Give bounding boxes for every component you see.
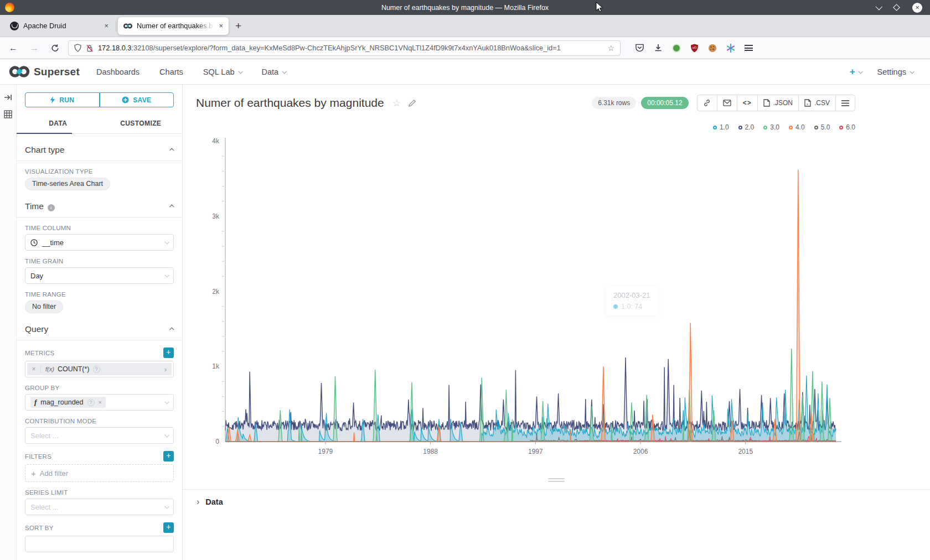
legend-item-1.0[interactable]: 1.0 (713, 123, 729, 131)
nav-item-sql-lab[interactable]: SQL Lab (203, 68, 242, 76)
pocket-icon[interactable] (635, 44, 644, 52)
time-range-value[interactable]: No filter (25, 300, 63, 313)
add-new-button[interactable]: + (850, 66, 862, 77)
tab-close-icon[interactable]: × (219, 22, 223, 30)
contribution-mode-select[interactable]: Select ... (25, 427, 174, 444)
chevron-down-icon (164, 400, 169, 404)
tab-data[interactable]: DATA (17, 113, 100, 133)
extension-asterisk-icon[interactable] (726, 44, 735, 53)
settings-menu[interactable]: Settings (877, 68, 913, 76)
nav-item-data[interactable]: Data (262, 68, 286, 76)
legend-item-5.0[interactable]: 5.0 (814, 123, 830, 131)
tab-customize[interactable]: CUSTOMIZE (100, 113, 183, 133)
envelope-icon (723, 100, 731, 106)
series-limit-select[interactable]: Select ... (25, 499, 174, 515)
embed-code-button[interactable]: <> (737, 95, 757, 111)
save-button[interactable]: SAVE (100, 92, 174, 107)
legend-item-4.0[interactable]: 4.0 (789, 123, 805, 131)
url-text: 172.18.0.3:32108/superset/explore/?form_… (98, 44, 561, 52)
time-range-label: TIME RANGE (25, 291, 66, 298)
section-time[interactable]: Timei (25, 190, 174, 217)
copy-link-button[interactable] (698, 95, 717, 111)
section-chart-type[interactable]: Chart type (25, 134, 174, 160)
export-csv-button[interactable]: x.CSV (798, 95, 835, 111)
chevron-down-icon (164, 433, 169, 437)
cookie-extension-icon[interactable] (708, 44, 717, 53)
window-maximize-icon[interactable] (893, 4, 900, 11)
tab-close-icon[interactable]: × (104, 22, 108, 30)
legend-item-6.0[interactable]: 6.0 (839, 123, 855, 131)
legend-item-3.0[interactable]: 3.0 (763, 123, 779, 131)
group-by-select[interactable]: f mag_rounded ? × (25, 394, 174, 411)
legend-ring-icon (839, 126, 843, 129)
control-panel: RUN SAVE DATA CUSTOMIZE Chart type VISUA… (17, 85, 183, 560)
svg-text:1997: 1997 (528, 448, 543, 455)
legend-ring-icon (814, 126, 818, 129)
shield-permissions-icon[interactable] (74, 44, 81, 52)
time-grain-select[interactable]: Day (25, 267, 174, 284)
email-button[interactable] (717, 95, 737, 111)
edit-pencil-icon[interactable] (408, 99, 416, 107)
firefox-menu-icon[interactable] (745, 45, 753, 51)
help-icon: ? (87, 399, 95, 406)
expand-panel-icon[interactable] (4, 94, 12, 101)
data-results-toggle[interactable]: › Data (183, 490, 930, 514)
series-dot-icon (613, 304, 618, 309)
chart-panel: Numer of earthquakes by magnitude ☆ 6.31… (183, 85, 930, 560)
downloads-icon[interactable] (654, 44, 663, 53)
group-by-tag[interactable]: f mag_rounded ? × (30, 397, 106, 408)
svg-text:x: x (807, 102, 808, 106)
svg-text:uO: uO (693, 45, 697, 49)
browser-tab-druid[interactable]: Apache Druid × (4, 17, 114, 35)
window-close-icon[interactable]: × (912, 3, 922, 13)
contribution-mode-label: CONTRIBUTION MODE (25, 418, 96, 424)
datasource-grid-icon[interactable] (4, 110, 12, 118)
nav-item-dashboards[interactable]: Dashboards (96, 68, 140, 76)
add-filter-box[interactable]: + Add filter (25, 464, 174, 482)
chevron-right-icon[interactable]: › (159, 365, 172, 374)
browser-tab-superset[interactable]: Numer of earthquakes by magnitude × (118, 17, 229, 35)
remove-metric-icon[interactable]: × (27, 365, 41, 373)
svg-text:1988: 1988 (423, 448, 438, 455)
add-filter-button[interactable]: + (163, 451, 174, 462)
metric-count[interactable]: × f(x)COUNT(*)? › (25, 361, 174, 377)
add-sort-button[interactable]: + (163, 522, 174, 533)
reload-button[interactable] (51, 44, 59, 53)
window-minimize-icon[interactable] (876, 3, 883, 11)
row-count-badge: 6.31k rows (592, 97, 636, 109)
window-title: Numer of earthquakes by magnitude — Mozi… (381, 4, 549, 12)
favorite-star-icon[interactable]: ☆ (392, 97, 401, 109)
extension-green-icon[interactable] (672, 44, 681, 53)
chevron-up-icon (169, 204, 174, 209)
new-tab-button[interactable]: + (235, 20, 241, 32)
panel-resize-handle[interactable] (548, 478, 565, 484)
svg-text:2k: 2k (212, 288, 220, 295)
nav-item-charts[interactable]: Charts (159, 68, 183, 76)
add-metric-button[interactable]: + (163, 348, 174, 358)
section-query[interactable]: Query (25, 313, 174, 340)
sort-by-select[interactable] (25, 536, 174, 552)
superset-navbar: Superset Dashboards Charts SQL Lab Data … (0, 59, 930, 85)
time-column-select[interactable]: __time (25, 234, 174, 251)
chevron-up-icon (169, 327, 174, 331)
data-results-section: › Data (183, 489, 930, 514)
chart-legend: 1.02.03.04.05.06.0 (704, 123, 855, 131)
legend-item-2.0[interactable]: 2.0 (738, 123, 755, 131)
timeseries-area-chart[interactable]: 01k2k3k4k19791988199720062015 (183, 134, 930, 472)
ublock-icon[interactable]: uO (690, 44, 699, 53)
url-bar[interactable]: 172.18.0.3:32108/superset/explore/?form_… (68, 40, 621, 56)
chart-menu-button[interactable] (835, 95, 855, 111)
export-json-button[interactable]: .JSON (757, 95, 798, 111)
metrics-label: METRICS (25, 350, 54, 356)
lock-insecure-icon[interactable] (86, 44, 93, 52)
plus-circle-icon (122, 96, 129, 103)
bookmark-star-icon[interactable]: ☆ (607, 44, 614, 53)
viz-type-value[interactable]: Time-series Area Chart (25, 178, 110, 190)
chevron-up-icon (169, 148, 174, 152)
back-button[interactable]: ← (9, 43, 18, 53)
sort-by-label: SORT BY (25, 525, 54, 531)
window-titlebar: Numer of earthquakes by magnitude — Mozi… (0, 0, 930, 15)
run-button[interactable]: RUN (25, 92, 100, 107)
forward-button[interactable]: → (30, 43, 39, 53)
remove-tag-icon[interactable]: × (99, 399, 102, 406)
